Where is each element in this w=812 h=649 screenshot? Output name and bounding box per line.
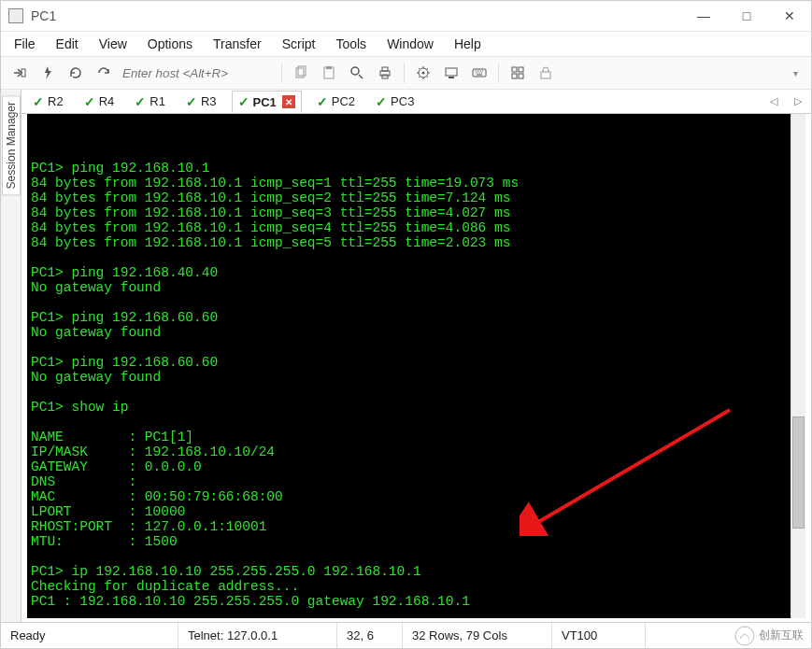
menu-file[interactable]: File xyxy=(14,36,36,51)
terminal-line xyxy=(31,295,787,310)
status-ready: Ready xyxy=(1,623,178,648)
menu-script[interactable]: Script xyxy=(282,36,316,51)
session-tab-r4[interactable]: ✓R4 xyxy=(78,91,121,113)
terminal-line xyxy=(31,415,787,430)
svg-rect-7 xyxy=(382,67,388,71)
terminal[interactable]: PC1> ping 192.168.10.184 bytes from 192.… xyxy=(27,114,791,618)
session-manager-tab[interactable]: Session Manager xyxy=(2,95,21,195)
menu-view[interactable]: View xyxy=(99,36,127,51)
terminal-line: No gateway found xyxy=(31,370,787,385)
terminal-line: GATEWAY : 0.0.0.0 xyxy=(31,459,787,474)
session-options-icon[interactable] xyxy=(442,63,461,82)
terminal-line: PC1> ip 192.168.10.10 255.255.255.0 192.… xyxy=(31,564,787,579)
status-dimensions: 32 Rows, 79 Cols xyxy=(403,623,552,648)
scrollbar-thumb[interactable] xyxy=(792,416,805,529)
terminal-line: No gateway found xyxy=(31,280,787,295)
terminal-line: LPORT : 10000 xyxy=(31,504,787,519)
tile-icon[interactable] xyxy=(508,63,527,82)
tabstrip-scroll-left[interactable]: ◁ xyxy=(766,95,781,107)
terminal-line: MAC : 00:50:79:66:68:00 xyxy=(31,489,787,504)
svg-point-20 xyxy=(735,627,754,645)
svg-rect-17 xyxy=(519,74,523,78)
window-title: PC1 xyxy=(31,8,56,23)
menu-edit[interactable]: Edit xyxy=(56,36,78,51)
print-icon[interactable] xyxy=(376,63,394,82)
svg-rect-18 xyxy=(541,72,550,78)
keymap-icon[interactable] xyxy=(470,63,489,82)
svg-rect-15 xyxy=(519,67,523,72)
main-area: Session Manager ✓R2✓R4✓R1✓R3✓PC1✕✓PC2✓PC… xyxy=(1,90,811,622)
svg-rect-14 xyxy=(512,67,517,72)
watermark-logo: 创新互联 xyxy=(646,626,811,646)
menu-window[interactable]: Window xyxy=(387,36,434,51)
status-connection: Telnet: 127.0.0.1 xyxy=(178,623,337,648)
terminal-line: PC1> ping 192.168.60.60 xyxy=(31,310,787,325)
terminal-line xyxy=(31,250,787,265)
session-tab-r2[interactable]: ✓R2 xyxy=(27,91,69,113)
session-tab-r3[interactable]: ✓R3 xyxy=(180,91,222,113)
tab-label: PC3 xyxy=(391,94,414,108)
check-icon: ✓ xyxy=(135,94,146,109)
session-tab-pc2[interactable]: ✓PC2 xyxy=(311,91,361,113)
minimize-button[interactable]: — xyxy=(682,1,725,31)
tab-label: R4 xyxy=(99,94,115,108)
disconnect-icon[interactable] xyxy=(94,63,113,82)
reconnect-icon[interactable] xyxy=(66,63,85,82)
terminal-line: Checking for duplicate address... xyxy=(31,579,787,594)
app-icon xyxy=(8,8,23,23)
check-icon: ✓ xyxy=(376,94,387,109)
terminal-line: 84 bytes from 192.168.10.1 icmp_seq=3 tt… xyxy=(31,205,787,220)
terminal-line: 84 bytes from 192.168.10.1 icmp_seq=5 tt… xyxy=(31,235,787,250)
check-icon: ✓ xyxy=(186,94,197,109)
tab-close-icon[interactable]: ✕ xyxy=(282,95,295,108)
menubar: File Edit View Options Transfer Script T… xyxy=(1,32,811,56)
session-tab-pc3[interactable]: ✓PC3 xyxy=(370,91,420,113)
menu-options[interactable]: Options xyxy=(148,36,192,51)
terminal-line xyxy=(31,609,787,618)
svg-rect-4 xyxy=(326,66,332,69)
toolbar-overflow-icon[interactable]: ▾ xyxy=(790,68,802,78)
copy-icon[interactable] xyxy=(292,63,310,82)
status-cursor: 32, 6 xyxy=(337,623,403,648)
terminal-line: 84 bytes from 192.168.10.1 icmp_seq=1 tt… xyxy=(31,176,787,190)
connect-icon[interactable] xyxy=(10,63,29,82)
svg-point-5 xyxy=(351,67,359,75)
session-manager-sidebar: Session Manager xyxy=(1,90,21,622)
svg-rect-12 xyxy=(449,77,454,78)
tabstrip-scroll-right[interactable]: ▷ xyxy=(791,95,805,107)
svg-rect-16 xyxy=(512,74,517,78)
terminal-line: PC1> ping 192.168.40.40 xyxy=(31,265,787,280)
terminal-line: PC1> ping 192.168.60.60 xyxy=(31,355,787,370)
session-tab-r1[interactable]: ✓R1 xyxy=(129,91,171,113)
find-icon[interactable] xyxy=(348,63,366,82)
svg-rect-11 xyxy=(446,68,457,76)
terminal-line: NAME : PC1[1] xyxy=(31,430,787,444)
terminal-line xyxy=(31,340,787,355)
host-input[interactable] xyxy=(122,63,272,83)
maximize-button[interactable]: □ xyxy=(725,1,768,31)
check-icon: ✓ xyxy=(317,94,328,109)
options-icon[interactable] xyxy=(414,63,433,82)
terminal-line: RHOST:PORT : 127.0.0.1:10001 xyxy=(31,519,787,534)
menu-transfer[interactable]: Transfer xyxy=(213,36,262,51)
tab-label: PC2 xyxy=(332,94,355,108)
check-icon: ✓ xyxy=(238,94,249,109)
tab-label: R2 xyxy=(48,94,64,108)
terminal-line: 84 bytes from 192.168.10.1 icmp_seq=4 tt… xyxy=(31,220,787,235)
session-tabstrip: ✓R2✓R4✓R1✓R3✓PC1✕✓PC2✓PC3 ◁ ▷ xyxy=(21,90,811,114)
close-button[interactable]: ✕ xyxy=(768,1,811,31)
terminal-scrollbar[interactable] xyxy=(791,114,805,618)
session-tab-pc1[interactable]: ✓PC1✕ xyxy=(232,91,302,113)
menu-tools[interactable]: Tools xyxy=(335,36,366,51)
terminal-line: PC1> show ip xyxy=(31,400,787,415)
terminal-line: No gateway found xyxy=(31,325,787,340)
lock-icon[interactable] xyxy=(536,63,555,82)
terminal-line: PC1> ping 192.168.10.1 xyxy=(31,161,787,176)
tab-label: PC1 xyxy=(253,95,277,109)
terminal-line xyxy=(31,385,787,400)
toolbar: ▾ xyxy=(1,56,811,90)
paste-icon[interactable] xyxy=(320,63,338,82)
terminal-line: DNS : xyxy=(31,474,787,489)
menu-help[interactable]: Help xyxy=(454,36,481,51)
quick-connect-icon[interactable] xyxy=(38,63,57,82)
